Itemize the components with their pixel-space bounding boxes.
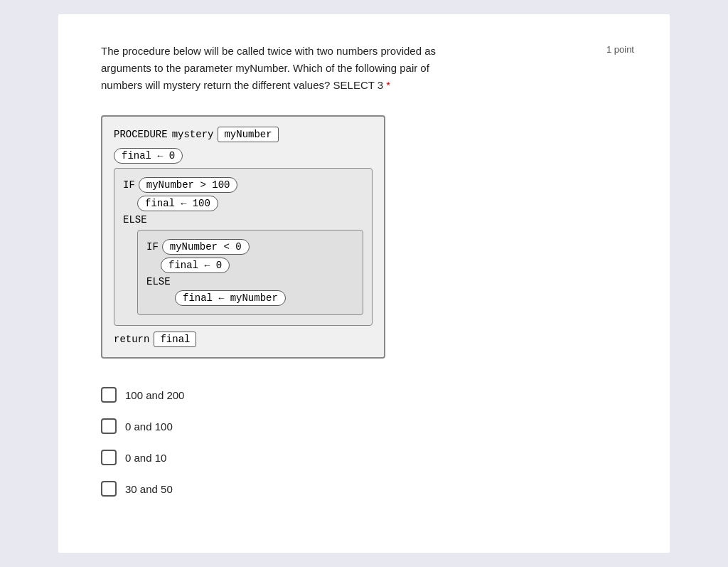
if2-header: IF myNumber < 0 [146, 239, 354, 255]
if1-then-box: final ← 100 [137, 196, 218, 211]
proc-header: PROCEDURE mystery myNumber [114, 127, 373, 142]
required-asterisk: * [386, 79, 390, 91]
points-label: 1 point [606, 44, 634, 55]
answer-label-3: 0 and 10 [125, 452, 166, 464]
answer-item-3[interactable]: 0 and 10 [101, 450, 634, 465]
if2-condition-box: myNumber < 0 [162, 239, 250, 255]
else1-label: ELSE [123, 214, 363, 226]
if1-condition-box: myNumber > 100 [139, 177, 238, 193]
if2-else-box: final ← myNumber [175, 290, 286, 306]
question-header: The procedure below will be called twice… [101, 43, 634, 94]
if1-keyword: IF [123, 179, 135, 191]
answer-label-2: 0 and 100 [125, 420, 173, 433]
checkbox-2[interactable] [101, 418, 117, 434]
answer-label-1: 100 and 200 [125, 389, 184, 401]
if2-then-box: final ← 0 [161, 258, 230, 273]
code-block: PROCEDURE mystery myNumber final ← 0 IF … [101, 115, 385, 359]
question-line-3: numbers will mystery return the differen… [101, 79, 383, 91]
answer-item-4[interactable]: 30 and 50 [101, 481, 634, 497]
final-init-label-box: final ← 0 [114, 148, 183, 164]
answer-item-2[interactable]: 0 and 100 [101, 418, 634, 434]
return-keyword: return [114, 334, 149, 345]
final-init-arrow: ← [157, 151, 163, 161]
if-block-2: IF myNumber < 0 final ← 0 ELSE final [137, 230, 363, 315]
answer-choices: 100 and 200 0 and 100 0 and 10 30 and 50 [101, 387, 634, 497]
question-line-1: The procedure below will be called twice… [101, 45, 436, 57]
else2-label: ELSE [146, 276, 354, 287]
return-line: return final [114, 332, 373, 347]
if2-then-line: final ← 0 [161, 258, 354, 273]
checkbox-4[interactable] [101, 481, 117, 497]
checkbox-1[interactable] [101, 387, 117, 403]
if1-then-line: final ← 100 [137, 196, 363, 211]
if2-keyword: IF [146, 241, 159, 253]
if1-header: IF myNumber > 100 [123, 177, 363, 193]
final-init-line: final ← 0 [114, 148, 373, 164]
if-block-1: IF myNumber > 100 final ← 100 ELSE IF my… [114, 168, 373, 326]
answer-label-4: 30 and 50 [125, 483, 173, 495]
proc-keyword: PROCEDURE [114, 129, 168, 140]
final-init-value: 0 [169, 150, 175, 161]
question-line-2: arguments to the parameter myNumber. Whi… [101, 62, 429, 74]
return-value-box: final [154, 332, 196, 347]
if2-else-line: final ← myNumber [175, 290, 354, 306]
proc-name: mystery [172, 129, 214, 140]
answer-item-1[interactable]: 100 and 200 [101, 387, 634, 403]
page-card: The procedure below will be called twice… [58, 14, 670, 553]
param-box: myNumber [218, 127, 278, 142]
question-text: The procedure below will be called twice… [101, 43, 436, 94]
checkbox-3[interactable] [101, 450, 117, 465]
